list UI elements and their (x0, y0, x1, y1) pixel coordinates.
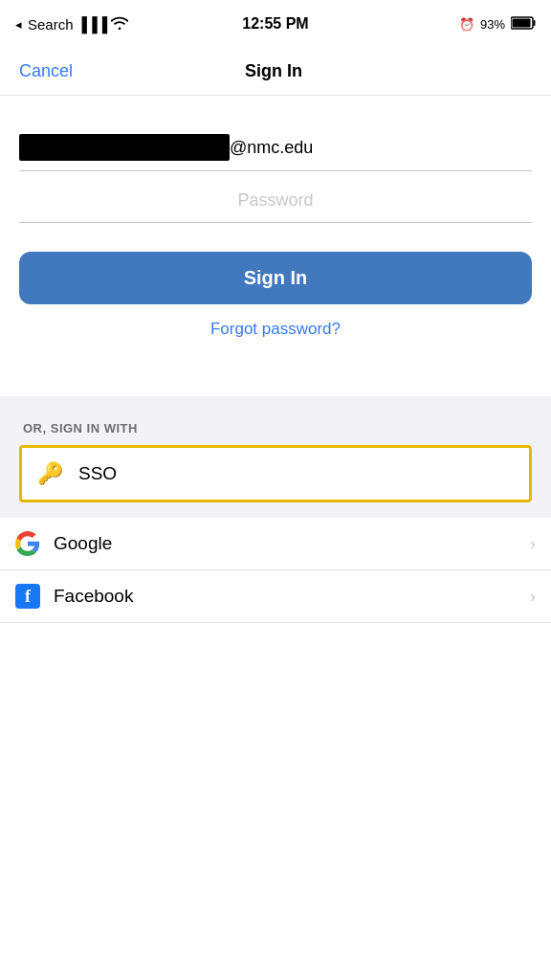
wifi-icon (111, 16, 128, 33)
sso-option[interactable]: 🔑 SSO (19, 445, 532, 502)
email-redacted-value (19, 134, 230, 161)
status-bar: ◂ Search ▐▐▐ 12:55 PM ⏰ 93% (0, 0, 551, 48)
key-icon: 🔑 (37, 461, 63, 486)
or-section: OR, SIGN IN WITH (0, 396, 551, 445)
auth-options-list: Google › f Facebook › (0, 518, 551, 623)
battery-percentage: 93% (480, 17, 505, 32)
cancel-button[interactable]: Cancel (19, 54, 73, 89)
password-field[interactable] (19, 190, 532, 223)
back-arrow-icon: ◂ (15, 17, 22, 32)
sso-label: SSO (78, 463, 117, 484)
google-item-left: Google (15, 531, 112, 556)
or-label: OR, SIGN IN WITH (19, 412, 532, 445)
google-chevron-icon: › (530, 534, 536, 554)
nav-bar: Cancel Sign In (0, 48, 551, 96)
facebook-option[interactable]: f Facebook › (0, 570, 551, 623)
google-option[interactable]: Google › (0, 518, 551, 570)
signal-bars-icon: ▐▐▐ (77, 16, 108, 33)
google-icon (15, 531, 40, 556)
email-field[interactable]: @nmc.edu (19, 134, 532, 171)
facebook-chevron-icon: › (530, 587, 536, 607)
svg-rect-1 (534, 20, 536, 26)
forgot-password-link[interactable]: Forgot password? (210, 320, 341, 338)
facebook-label: Facebook (54, 586, 133, 607)
carrier-signal: ◂ Search ▐▐▐ (15, 16, 128, 33)
alarm-icon: ⏰ (459, 17, 474, 32)
svg-rect-2 (513, 18, 531, 27)
email-domain: @nmc.edu (230, 138, 313, 158)
facebook-icon: f (15, 584, 40, 609)
facebook-item-left: f Facebook (15, 584, 133, 609)
sso-wrapper: 🔑 SSO (0, 445, 551, 518)
login-form: @nmc.edu Sign In Forgot password? (0, 96, 551, 396)
sign-in-button[interactable]: Sign In (19, 252, 532, 304)
google-label: Google (54, 533, 112, 554)
status-time: 12:55 PM (242, 15, 308, 33)
page-title: Sign In (245, 61, 302, 81)
status-right-icons: ⏰ 93% (459, 16, 536, 33)
password-input[interactable] (19, 190, 532, 211)
battery-icon (511, 16, 536, 33)
forgot-password-container: Forgot password? (19, 320, 532, 339)
carrier-name: Search (28, 16, 74, 33)
